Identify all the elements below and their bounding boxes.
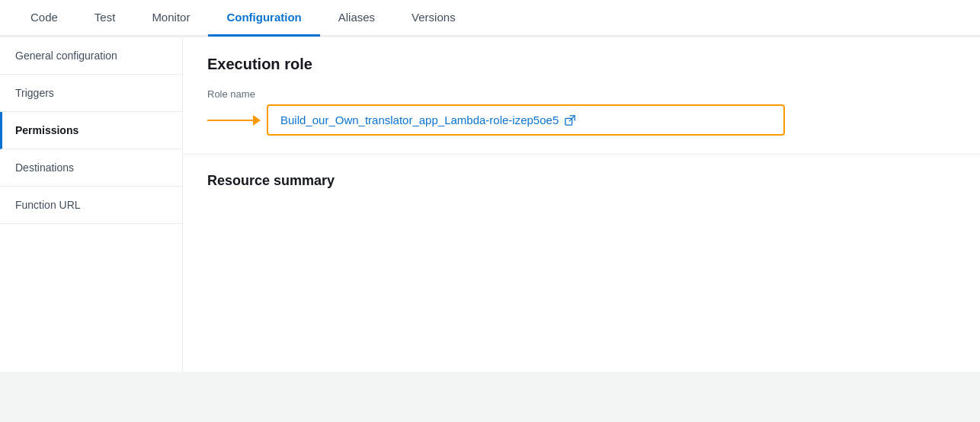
execution-role-title: Execution role	[207, 56, 956, 73]
role-name-container: Build_our_Own_translator_app_Lambda-role…	[207, 104, 956, 136]
sidebar-item-destinations[interactable]: Destinations	[0, 149, 182, 187]
role-name-link[interactable]: Build_our_Own_translator_app_Lambda-role…	[280, 113, 575, 126]
resource-summary-title: Resource summary	[207, 173, 956, 189]
arrow-container	[207, 115, 261, 126]
role-name-label: Role name	[207, 88, 956, 100]
tab-versions[interactable]: Versions	[393, 0, 474, 37]
sidebar-item-triggers[interactable]: Triggers	[0, 75, 182, 112]
arrow-head	[253, 115, 261, 126]
tab-monitor[interactable]: Monitor	[133, 0, 208, 37]
main-layout: General configuration Triggers Permissio…	[0, 37, 980, 372]
role-name-text: Build_our_Own_translator_app_Lambda-role…	[280, 113, 559, 126]
sidebar-item-general-configuration[interactable]: General configuration	[0, 37, 182, 75]
tab-code[interactable]: Code	[12, 0, 76, 37]
tab-configuration[interactable]: Configuration	[208, 0, 319, 37]
role-name-box: Build_our_Own_translator_app_Lambda-role…	[267, 104, 785, 136]
content-area: Execution role Role name Build_our_Own_t…	[183, 37, 980, 372]
arrow-line	[207, 120, 253, 121]
resource-summary-section: Resource summary	[183, 155, 980, 207]
sidebar: General configuration Triggers Permissio…	[0, 37, 183, 372]
external-link-icon	[565, 115, 575, 126]
tab-test[interactable]: Test	[76, 0, 134, 37]
sidebar-item-function-url[interactable]: Function URL	[0, 187, 182, 224]
tab-bar: Code Test Monitor Configuration Aliases …	[0, 0, 980, 37]
tab-aliases[interactable]: Aliases	[320, 0, 393, 37]
execution-role-section: Execution role Role name Build_our_Own_t…	[183, 37, 980, 155]
sidebar-item-permissions[interactable]: Permissions	[0, 112, 182, 149]
